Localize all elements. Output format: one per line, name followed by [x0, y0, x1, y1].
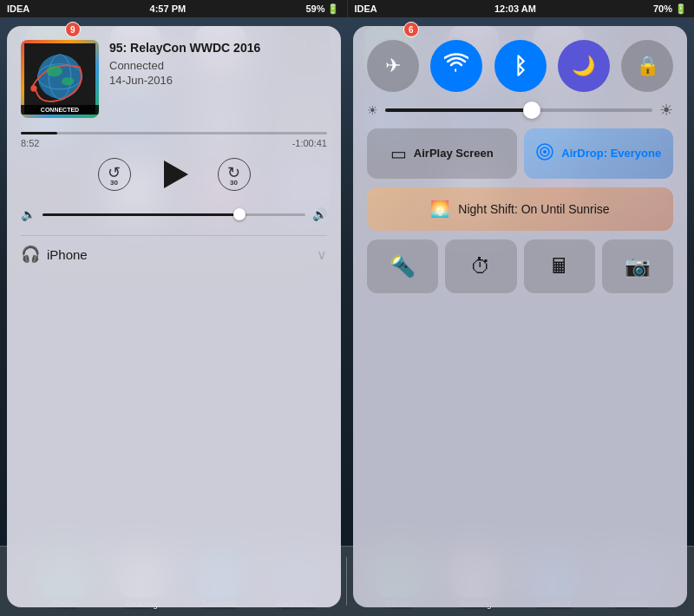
night-shift-icon: 🌅 [430, 200, 449, 219]
moon-icon: 🌙 [572, 55, 595, 77]
calculator-button[interactable]: 🖩 [524, 239, 595, 293]
airplane-icon: ✈ [385, 55, 401, 77]
play-button[interactable] [155, 155, 193, 193]
brightness-track[interactable] [385, 108, 652, 112]
brightness-high-icon: ☀ [659, 101, 673, 120]
flashlight-button[interactable]: 🔦 [367, 239, 438, 293]
left-status-bar: IDEA 4:57 PM 59% 🔋 [0, 0, 348, 17]
airplay-button[interactable]: ▭ AirPlay Screen [367, 128, 517, 179]
control-center-panel: ✈ ᛒ 🌙 [353, 26, 687, 607]
left-battery: 59% 🔋 [305, 3, 339, 15]
progress-track[interactable] [21, 132, 327, 134]
bluetooth-icon: ᛒ [514, 53, 527, 80]
left-time: 4:57 PM [150, 3, 187, 14]
brightness-low-icon: ☀ [367, 103, 378, 117]
connected-text: CONNECTED [21, 105, 99, 115]
volume-container: 🔈 🔊 [21, 207, 327, 221]
airdrop-icon [535, 142, 554, 166]
tools-row: 🔦 ⏱ 🖩 📷 [367, 239, 673, 293]
volume-low-icon: 🔈 [21, 207, 36, 221]
right-time: 12:03 AM [494, 3, 536, 14]
right-status-bar: IDEA 12:03 AM 70% 🔋 [348, 0, 695, 17]
camera-button[interactable]: 📷 [602, 239, 673, 293]
svg-point-17 [30, 85, 36, 91]
playback-controls: ↺ 30 ↻ 30 [21, 155, 327, 193]
toggle-row: ✈ ᛒ 🌙 [367, 40, 673, 92]
now-playing-top: CONNECTED 95: RelayCon WWDC 2016 Connect… [21, 40, 327, 118]
right-battery: 70% 🔋 [653, 3, 687, 15]
track-title: 95: RelayCon WWDC 2016 [109, 40, 327, 56]
calculator-icon: 🖩 [549, 254, 570, 279]
flashlight-icon: 🔦 [390, 254, 416, 279]
airplane-mode-button[interactable]: ✈ [367, 40, 419, 92]
brightness-thumb[interactable] [523, 102, 540, 119]
forward-button[interactable]: ↻ 30 [218, 158, 251, 191]
night-shift-button[interactable]: 🌅 Night Shift: On Until Sunrise [367, 187, 673, 231]
bluetooth-button[interactable]: ᛒ [494, 40, 547, 92]
track-podcast: Connected [109, 59, 327, 72]
airplay-label: AirPlay Screen [414, 147, 494, 161]
track-info: 95: RelayCon WWDC 2016 Connected 14-Jun-… [109, 40, 327, 118]
volume-high-icon: 🔊 [312, 207, 327, 221]
play-icon [164, 161, 188, 188]
svg-point-19 [62, 77, 75, 85]
lock-rotation-icon: 🔒 [636, 55, 659, 77]
headphone-icon: 🎧 [21, 245, 40, 264]
wifi-button[interactable] [430, 40, 482, 92]
output-label: iPhone [47, 247, 88, 262]
svg-point-18 [47, 66, 62, 77]
media-row: ▭ AirPlay Screen AirDrop: Everyone [367, 128, 673, 179]
brightness-row: ☀ ☀ [367, 101, 673, 120]
airplay-icon: ▭ [390, 143, 407, 164]
badge-messages-left: 9 [65, 22, 81, 37]
elapsed-time: 8:52 [21, 138, 39, 148]
night-shift-label: Night Shift: On Until Sunrise [458, 202, 609, 216]
rewind-button[interactable]: ↺ 30 [98, 158, 131, 191]
rotation-lock-button[interactable]: 🔒 [621, 40, 673, 92]
progress-times: 8:52 -1:00:41 [21, 138, 327, 148]
airdrop-label: AirDrop: Everyone [561, 147, 661, 161]
volume-track[interactable] [43, 213, 305, 216]
track-date: 14-Jun-2016 [109, 74, 327, 87]
album-art: CONNECTED [21, 40, 99, 118]
output-selector[interactable]: 🎧 iPhone ∨ [21, 235, 327, 272]
status-bars: IDEA 4:57 PM 59% 🔋 IDEA 12:03 AM 70% 🔋 [0, 0, 694, 17]
timer-icon: ⏱ [470, 254, 491, 279]
chevron-down-icon: ∨ [317, 246, 327, 263]
left-carrier: IDEA [7, 3, 29, 14]
right-carrier: IDEA [355, 3, 377, 14]
main-area: 9 💬 Messages Tuesday 14 Calendar [0, 17, 694, 616]
remaining-time: -1:00:41 [292, 138, 327, 148]
progress-fill [21, 132, 57, 134]
timer-button[interactable]: ⏱ [445, 239, 516, 293]
do-not-disturb-button[interactable]: 🌙 [558, 40, 610, 92]
airdrop-button[interactable]: AirDrop: Everyone [524, 128, 674, 179]
camera-icon: 📷 [625, 254, 651, 279]
brightness-fill [385, 108, 532, 112]
wifi-icon [444, 53, 468, 79]
svg-point-22 [543, 150, 547, 154]
now-playing-panel: CONNECTED 95: RelayCon WWDC 2016 Connect… [7, 26, 341, 607]
volume-fill [43, 213, 239, 216]
volume-thumb[interactable] [233, 208, 246, 220]
progress-container[interactable]: 8:52 -1:00:41 [21, 132, 327, 148]
